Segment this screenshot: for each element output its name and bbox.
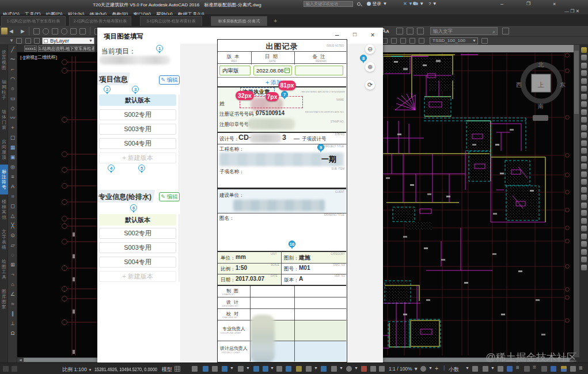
svg-text:上: 上 [538,81,544,88]
svg-text:北: 北 [538,62,544,68]
svg-text:西: 西 [516,82,522,88]
svg-text:东: 东 [560,82,566,88]
svg-text:南: 南 [538,103,544,109]
